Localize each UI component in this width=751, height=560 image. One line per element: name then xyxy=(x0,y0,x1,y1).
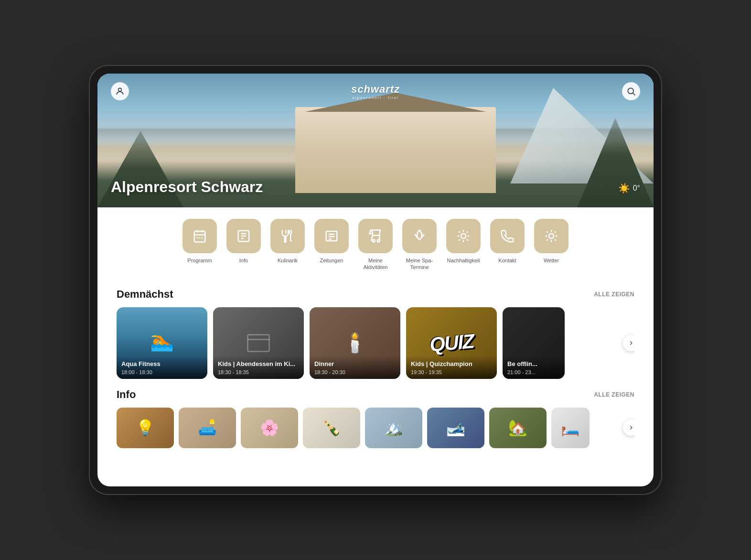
info-thumb-7[interactable]: 🏡 xyxy=(489,408,547,448)
svg-line-32 xyxy=(467,231,468,233)
info-thumb-8[interactable]: 🛏️ xyxy=(551,408,590,448)
menu-item-wetter[interactable]: Wetter xyxy=(534,219,569,271)
card-kids-abend[interactable]: Kids | Abendessen im Ki... 18:30 - 18:35 xyxy=(213,307,304,379)
menu-label-aktivitaeten: Meine Aktivitäten xyxy=(358,257,393,271)
info-thumb-4[interactable]: 🍾 xyxy=(303,408,360,448)
card-overlay-aqua: Aqua Fitness 18:00 - 18:30 xyxy=(117,355,207,379)
card-title-offline: Be offlin... xyxy=(507,360,560,368)
menu-icon-info xyxy=(226,219,261,253)
svg-line-2 xyxy=(633,93,635,96)
menu-label-nachhaltigkeit: Nachhaltigkeit xyxy=(447,257,480,264)
card-overlay-quiz: Kids | Quizchampion 19:30 - 19:35 xyxy=(406,355,497,379)
tablet-screen: schwartz alpenresort · tirol Alpenresort… xyxy=(97,74,654,486)
svg-line-41 xyxy=(555,231,556,233)
menu-item-zeitungen[interactable]: Zeitungen xyxy=(314,219,349,271)
demnachst-next-button[interactable] xyxy=(623,335,634,351)
menu-item-spa[interactable]: Meine Spa-Termine xyxy=(402,219,437,271)
logo-sub: alpenresort · tirol xyxy=(351,96,400,100)
svg-point-20 xyxy=(373,240,375,242)
info-thumb-detail-7: 🏡 xyxy=(489,408,547,448)
card-title-kids: Kids | Abendessen im Ki... xyxy=(218,360,299,368)
info-thumb-5[interactable]: 🏔️ xyxy=(365,408,422,448)
info-thumbs-row: 💡 🛋️ 🌸 🍾 🏔️ 🎿 🏡 xyxy=(117,408,634,448)
menu-label-spa: Meine Spa-Termine xyxy=(402,257,437,271)
menu-label-info: Info xyxy=(239,257,248,264)
card-quiz[interactable]: QUIZ Kids | Quizchampion 19:30 - 19:35 xyxy=(406,307,497,379)
info-thumb-detail-3: 🌸 xyxy=(241,408,298,448)
svg-line-31 xyxy=(459,239,460,241)
quiz-text: QUIZ xyxy=(429,330,474,356)
content-area: Demnächst ALLE ZEIGEN Aqua Fitness 18:00… xyxy=(97,279,654,448)
menu-label-wetter: Wetter xyxy=(544,257,559,264)
menu-label-kontakt: Kontakt xyxy=(498,257,516,264)
info-thumb-detail-2: 🛋️ xyxy=(179,408,236,448)
search-button[interactable] xyxy=(622,82,640,100)
card-time-quiz: 19:30 - 19:35 xyxy=(411,369,492,375)
demnachst-cards: Aqua Fitness 18:00 - 18:30 Kids | Abende… xyxy=(117,307,634,379)
menu-item-kontakt[interactable]: Kontakt xyxy=(490,219,525,271)
info-thumb-detail-4: 🍾 xyxy=(303,408,360,448)
demnachst-show-all[interactable]: ALLE ZEIGEN xyxy=(594,291,634,298)
info-thumb-detail-8: 🛏️ xyxy=(551,408,590,448)
card-time-kids: 18:30 - 18:35 xyxy=(218,369,299,375)
info-next-button[interactable] xyxy=(623,420,634,436)
hero-weather: ☀️ 0° xyxy=(618,183,640,194)
card-offline[interactable]: Be offlin... 21:00 - 23... xyxy=(503,307,565,379)
menu-icon-kontakt xyxy=(490,219,525,253)
info-header: Info ALLE ZEIGEN xyxy=(117,379,634,408)
svg-rect-7 xyxy=(197,237,198,239)
logo-main: schwartz xyxy=(351,83,400,96)
card-title-dinner: Dinner xyxy=(314,360,396,368)
weather-temp: 0° xyxy=(633,184,640,193)
menu-label-kulinarik: Kulinarik xyxy=(278,257,298,264)
demnachst-header: Demnächst ALLE ZEIGEN xyxy=(117,279,634,307)
svg-rect-8 xyxy=(199,237,201,239)
menu-item-programm[interactable]: Programm xyxy=(182,219,217,271)
menu-item-info[interactable]: Info xyxy=(226,219,261,271)
svg-line-30 xyxy=(467,239,468,241)
info-thumb-3[interactable]: 🌸 xyxy=(241,408,298,448)
menu-label-programm: Programm xyxy=(187,257,212,264)
card-title-quiz: Kids | Quizchampion xyxy=(411,360,492,368)
profile-button[interactable] xyxy=(111,82,129,100)
demnachst-title: Demnächst xyxy=(117,288,173,301)
menu-icon-wetter xyxy=(534,219,569,253)
info-thumb-6[interactable]: 🎿 xyxy=(427,408,484,448)
card-title-aqua: Aqua Fitness xyxy=(121,360,203,368)
svg-rect-9 xyxy=(202,237,203,239)
tablet-frame: schwartz alpenresort · tirol Alpenresort… xyxy=(89,65,662,495)
info-thumb-2[interactable]: 🛋️ xyxy=(179,408,236,448)
menu-icon-aktivitaeten xyxy=(358,219,393,253)
menu-section: Programm Info xyxy=(97,207,654,279)
svg-line-40 xyxy=(547,239,548,241)
info-thumb-detail-6: 🎿 xyxy=(427,408,484,448)
menu-icon-zeitungen xyxy=(314,219,349,253)
hero-section: schwartz alpenresort · tirol Alpenresort… xyxy=(97,74,654,207)
svg-line-39 xyxy=(555,239,556,241)
card-time-offline: 21:00 - 23... xyxy=(507,369,560,375)
card-overlay-dinner: Dinner 18:30 - 20:30 xyxy=(310,355,400,379)
svg-rect-42 xyxy=(248,334,269,351)
weather-icon: ☀️ xyxy=(618,183,630,194)
menu-item-aktivitaeten[interactable]: Meine Aktivitäten xyxy=(358,219,393,271)
svg-point-21 xyxy=(377,240,380,242)
svg-point-24 xyxy=(461,234,466,238)
menu-label-zeitungen: Zeitungen xyxy=(320,257,343,264)
menu-icon-programm xyxy=(182,219,217,253)
svg-line-29 xyxy=(459,231,460,233)
info-show-all[interactable]: ALLE ZEIGEN xyxy=(594,391,634,398)
info-thumb-detail-1: 💡 xyxy=(117,408,174,448)
info-thumb-detail-5: 🏔️ xyxy=(365,408,422,448)
svg-line-38 xyxy=(547,231,548,233)
svg-rect-3 xyxy=(194,231,205,242)
card-dinner[interactable]: 🕯️ Dinner 18:30 - 20:30 xyxy=(310,307,400,379)
menu-item-nachhaltigkeit[interactable]: Nachhaltigkeit xyxy=(446,219,481,271)
hero-title: Alpenresort Schwarz xyxy=(111,178,263,196)
menu-icon-kulinarik xyxy=(270,219,305,253)
info-thumb-1[interactable]: 💡 xyxy=(117,408,174,448)
svg-point-1 xyxy=(628,88,633,94)
menu-item-kulinarik[interactable]: Kulinarik xyxy=(270,219,305,271)
info-title: Info xyxy=(117,388,136,401)
card-aqua-fitness[interactable]: Aqua Fitness 18:00 - 18:30 xyxy=(117,307,207,379)
app-logo: schwartz alpenresort · tirol xyxy=(351,83,400,100)
